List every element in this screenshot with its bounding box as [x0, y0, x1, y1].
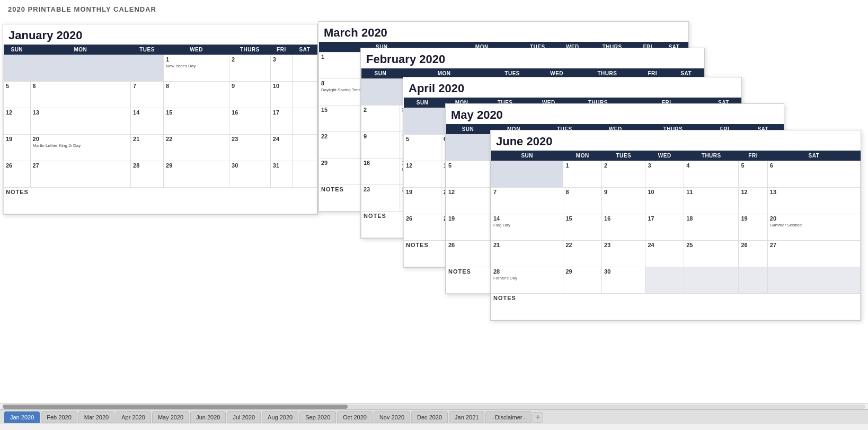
scroll-bar[interactable]	[0, 403, 868, 409]
calendar-january: January 2020 SUN MON TUES WED THURS FRI …	[3, 24, 318, 215]
jan-fri: FRI	[270, 45, 292, 55]
scroll-track[interactable]	[3, 405, 865, 409]
table-row: 21 22 23 24 25 26 27	[491, 241, 861, 267]
tab-item-13[interactable]: - Disclaimer -	[485, 411, 532, 423]
table-row: 26 27 28 29 30 31	[4, 161, 317, 188]
table-row: 7 8 9 10 11 12 13	[491, 188, 861, 214]
january-table: SUN MON TUES WED THURS FRI SAT 1New Year…	[3, 45, 317, 214]
may-title: May 2020	[446, 104, 784, 124]
notes-row: NOTES	[491, 294, 861, 320]
table-row: 1New Year's Day 2 3	[4, 55, 317, 82]
tab-item-6[interactable]: Jul 2020	[227, 411, 261, 423]
jan-tue: TUES	[131, 45, 164, 55]
january-title: January 2020	[3, 24, 317, 45]
notes-row: NOTES	[4, 188, 317, 214]
table-row: 28Father's Day 29 30	[491, 267, 861, 294]
jan-wed: WED	[164, 45, 229, 55]
table-row: 12 13 14 15 16 17	[4, 108, 317, 135]
tab-item-4[interactable]: May 2020	[152, 411, 189, 423]
tab-item-11[interactable]: Dec 2020	[411, 411, 448, 423]
march-title: March 2020	[318, 22, 688, 42]
june-table: SUN MON TUES WED THURS FRI SAT 1 2 3 4 5	[491, 151, 861, 320]
tab-item-9[interactable]: Oct 2020	[337, 411, 373, 423]
tab-item-7[interactable]: Aug 2020	[262, 411, 298, 423]
tab-bar: Jan 2020Feb 2020Mar 2020Apr 2020May 2020…	[0, 409, 868, 424]
table-row: 1 2 3 4 5 6	[491, 161, 861, 188]
page-title: 2020 PRINTABLE MONTHLY CALENDAR	[8, 5, 860, 13]
tab-item-8[interactable]: Sep 2020	[299, 411, 336, 423]
tab-item-1[interactable]: Feb 2020	[41, 411, 77, 423]
tab-item-3[interactable]: Apr 2020	[116, 411, 151, 423]
jan-sat: SAT	[292, 45, 317, 55]
april-title: April 2020	[403, 77, 741, 98]
tab-item-2[interactable]: Mar 2020	[78, 411, 114, 423]
jan-mon: MON	[30, 45, 130, 55]
tab-item-5[interactable]: Jun 2020	[190, 411, 226, 423]
scroll-thumb[interactable]	[3, 405, 348, 409]
table-row: 19 20Martin Luther King Jr Day 21 22 23 …	[4, 135, 317, 161]
table-row: 14Flag Day 15 16 17 18 19 20Summer Solst…	[491, 214, 861, 241]
june-title: June 2020	[491, 130, 861, 151]
jan-thu: THURS	[229, 45, 271, 55]
main-area: 2020 PRINTABLE MONTHLY CALENDAR January …	[0, 0, 868, 403]
tab-item-12[interactable]: Jan 2021	[449, 411, 484, 423]
jan-sun: SUN	[4, 45, 31, 55]
tab-item-0[interactable]: Jan 2020	[4, 411, 40, 423]
table-row: 5 6 7 8 9 10	[4, 82, 317, 108]
tab-item-10[interactable]: Nov 2020	[374, 411, 410, 423]
add-tab-button[interactable]: +	[533, 412, 543, 423]
calendar-june: June 2020 SUN MON TUES WED THURS FRI SAT…	[490, 130, 861, 321]
feb-title: February 2020	[361, 48, 704, 68]
